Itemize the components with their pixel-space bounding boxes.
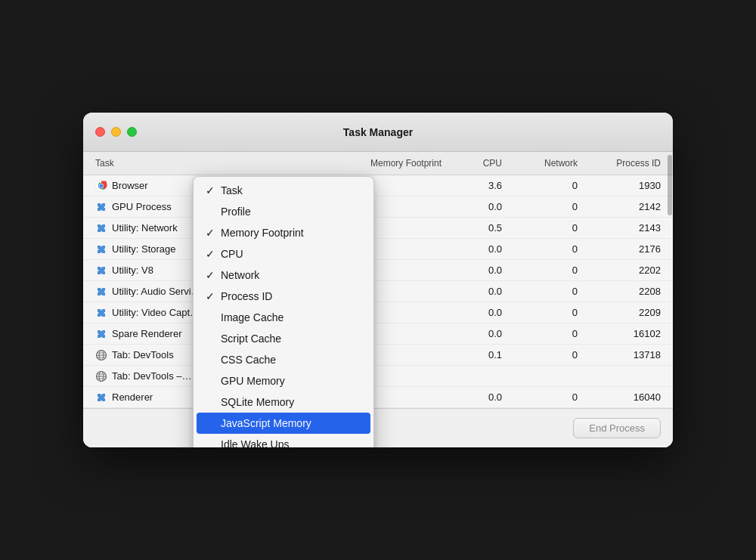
scrollbar-thumb[interactable] [668, 155, 672, 215]
table-row[interactable]: Tab: DevTools –… [83, 366, 673, 387]
checkmark-icon: ✓ [206, 290, 221, 302]
menu-item-javascript-memory[interactable]: JavaScript Memory [197, 413, 370, 434]
network-value: 0 [502, 328, 578, 339]
network-value: 0 [502, 349, 578, 360]
network-value: 0 [502, 307, 578, 318]
pid-value: 2176 [578, 243, 661, 255]
pid-value: 2202 [578, 265, 661, 276]
maximize-button[interactable] [127, 127, 137, 137]
scrollbar[interactable] [667, 152, 673, 408]
table-row[interactable]: Utility: Video Capt… 0.0 0 2209 [83, 302, 673, 323]
puzzle-icon [95, 201, 107, 213]
cpu-value: 0.5 [442, 222, 502, 234]
menu-item-gpu-memory[interactable]: GPU Memory [194, 370, 373, 391]
menu-item-label: Script Cache [221, 333, 361, 345]
pid-value: 2208 [578, 286, 661, 297]
puzzle-icon [95, 328, 107, 340]
network-value: 0 [502, 391, 578, 403]
menu-item-memory-footprint[interactable]: ✓ Memory Footprint [194, 222, 373, 243]
table-row[interactable]: Utility: Audio Servi… 0.0 0 2208 [83, 281, 673, 302]
menu-item-label: GPU Memory [221, 375, 361, 387]
menu-item-cpu[interactable]: ✓ CPU [194, 243, 373, 265]
menu-item-label: Image Cache [221, 311, 361, 323]
menu-item-label: Memory Footprint [221, 227, 361, 239]
puzzle-icon [95, 286, 107, 298]
task-name: Browser [112, 180, 148, 191]
menu-item-css-cache[interactable]: CSS Cache [194, 349, 373, 370]
table-row[interactable]: Browser 3.6 0 1930 [83, 175, 673, 196]
network-value: 0 [502, 201, 578, 212]
cpu-value: 0.0 [442, 307, 502, 318]
table-rows: Browser 3.6 0 1930 GPU Process 0.0 0 214… [83, 175, 673, 408]
task-name: GPU Process [112, 201, 172, 212]
table-row[interactable]: GPU Process 0.0 0 2142 [83, 196, 673, 218]
puzzle-icon [95, 391, 107, 404]
table-row[interactable]: Utility: Storage 0.0 0 2176 [83, 239, 673, 260]
network-value: 0 [502, 222, 578, 234]
header-task: Task [95, 158, 321, 169]
cpu-value: 0.0 [442, 243, 502, 255]
pid-value: 13718 [578, 349, 661, 360]
menu-item-label: Process ID [221, 290, 361, 302]
window-controls [95, 127, 137, 137]
pid-value: 2209 [578, 307, 661, 318]
table-row[interactable]: Spare Renderer 0.0 0 16102 [83, 323, 673, 345]
puzzle-icon [95, 243, 107, 255]
menu-item-task[interactable]: ✓ Task [194, 180, 373, 201]
network-value: 0 [502, 180, 578, 191]
cpu-value: 3.6 [442, 180, 502, 191]
menu-item-label: JavaScript Memory [221, 417, 361, 429]
task-name: Utility: Audio Servi… [112, 286, 201, 297]
cpu-value: 0.1 [442, 349, 502, 360]
cpu-value: 0.0 [442, 391, 502, 403]
end-process-button[interactable]: End Process [573, 418, 661, 438]
header-cpu: CPU [442, 158, 502, 169]
globe-icon [95, 370, 107, 382]
menu-item-image-cache[interactable]: Image Cache [194, 307, 373, 328]
cpu-value: 0.0 [442, 201, 502, 212]
titlebar: Task Manager [83, 113, 673, 152]
task-name: Utility: Storage [112, 243, 176, 255]
footer: End Process [83, 408, 673, 447]
pid-value: 2142 [578, 201, 661, 212]
menu-item-network[interactable]: ✓ Network [194, 265, 373, 286]
menu-item-profile[interactable]: Profile [194, 201, 373, 222]
menu-item-label: CSS Cache [221, 354, 361, 366]
puzzle-icon [95, 307, 107, 319]
checkmark-icon: ✓ [206, 269, 221, 281]
menu-item-sqlite-memory[interactable]: SQLite Memory [194, 391, 373, 413]
puzzle-icon [95, 265, 107, 277]
pid-value: 1930 [578, 180, 661, 191]
column-dropdown-menu[interactable]: ✓ Task Profile ✓ Memory Footprint ✓ CPU … [193, 176, 374, 447]
window-title: Task Manager [343, 126, 413, 138]
menu-item-process-id[interactable]: ✓ Process ID [194, 286, 373, 307]
table-container: Task Memory Footprint CPU Network Proces… [83, 152, 673, 408]
table-row[interactable]: Utility: Network 0.5 0 2143 [83, 218, 673, 239]
header-network: Network [502, 158, 578, 169]
network-value: 0 [502, 265, 578, 276]
task-name: Tab: DevTools –… [112, 370, 192, 382]
main-content: Task Memory Footprint CPU Network Proces… [83, 152, 673, 447]
network-value: 0 [502, 243, 578, 255]
menu-item-label: Profile [221, 206, 361, 218]
menu-item-idle-wake-ups[interactable]: Idle Wake Ups [194, 434, 373, 447]
task-name: Spare Renderer [112, 328, 182, 339]
task-manager-window: Task Manager Task Memory Footprint CPU N… [83, 113, 673, 447]
pid-value: 2143 [578, 222, 661, 234]
table-row[interactable]: Renderer 0.0 0 16040 [83, 387, 673, 408]
table-header: Task Memory Footprint CPU Network Proces… [83, 152, 673, 175]
pid-value: 16040 [578, 391, 661, 403]
cpu-value: 0.0 [442, 286, 502, 297]
menu-item-label: CPU [221, 248, 361, 260]
task-name: Utility: Video Capt… [112, 307, 200, 318]
menu-item-label: SQLite Memory [221, 396, 361, 408]
checkmark-icon: ✓ [206, 227, 221, 239]
table-row[interactable]: Utility: V8 0.0 0 2202 [83, 260, 673, 281]
table-row[interactable]: Tab: DevTools 0.1 0 13718 [83, 345, 673, 366]
close-button[interactable] [95, 127, 105, 137]
chrome-icon [95, 180, 107, 192]
task-name: Renderer [112, 391, 153, 403]
header-pid: Process ID [578, 158, 661, 169]
menu-item-script-cache[interactable]: Script Cache [194, 328, 373, 349]
minimize-button[interactable] [111, 127, 121, 137]
